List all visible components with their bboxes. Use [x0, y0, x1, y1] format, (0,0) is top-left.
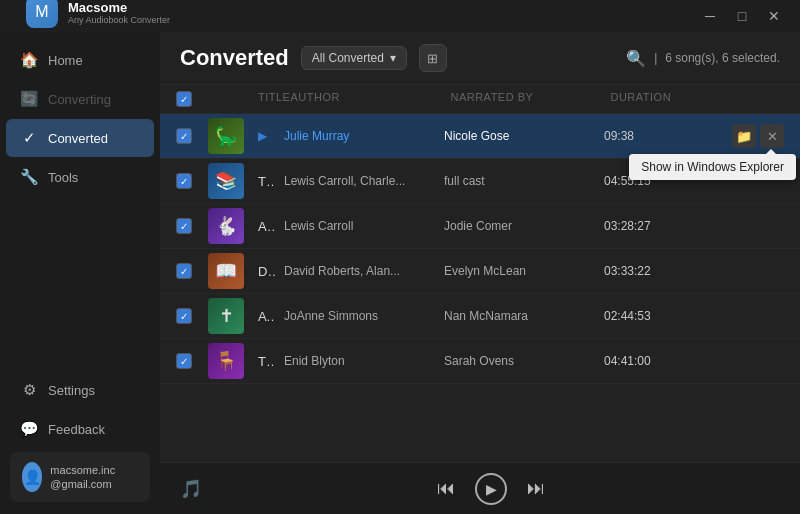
track-narrator: Jodie Comer: [444, 219, 604, 233]
sidebar-item-label: Tools: [48, 170, 78, 185]
feedback-icon: 💬: [20, 420, 38, 438]
sidebar-item-converted[interactable]: ✓ Converted: [6, 119, 154, 157]
header-narrator-col: Narrated by: [450, 91, 610, 107]
user-area[interactable]: 👤 macsome.inc @gmail.com: [10, 452, 150, 502]
sidebar-item-label: Converting: [48, 92, 111, 107]
filter-dropdown[interactable]: All Converted ▾: [301, 46, 407, 70]
track-duration: 09:38: [604, 129, 704, 143]
table-header: ✓ TITLE Author Narrated by DURATION: [160, 85, 800, 114]
row-title-cell: A Year of Bible Stories: A Tre...: [258, 309, 284, 324]
row-title-cell: ▶ Dinosaurs That Ruled the Ea...: [258, 129, 284, 144]
brand-logo: M: [26, 0, 58, 28]
track-duration: 02:44:53: [604, 309, 704, 323]
track-narrator: full cast: [444, 174, 604, 188]
prev-button[interactable]: ⏮: [437, 478, 455, 499]
next-button[interactable]: ⏭: [527, 478, 545, 499]
row-checkbox[interactable]: ✓: [176, 173, 208, 189]
header-title-col: TITLE: [258, 91, 290, 107]
nav-items: 🏠 Home 🔄 Converting ✓ Converted 🔧 Tools: [0, 40, 160, 362]
content-header: Converted All Converted ▾ ⊞ 🔍 | 6 song(s…: [160, 32, 800, 85]
row-checkbox[interactable]: ✓: [176, 128, 208, 144]
tooltip: Show in Windows Explorer: [629, 154, 796, 180]
sidebar-item-tools[interactable]: 🔧 Tools: [6, 158, 154, 196]
table-row: ✓ 📖 Dirty Bertie Volume 3 David Roberts,…: [160, 249, 800, 294]
settings-icon: ⚙: [20, 381, 38, 399]
app-name: Macsome: [68, 0, 170, 15]
user-email: macsome.inc @gmail.com: [50, 463, 138, 492]
sidebar-item-label: Home: [48, 53, 83, 68]
header-right: 🔍 | 6 song(s), 6 selected.: [626, 49, 780, 68]
row-thumbnail: 🪑: [208, 343, 258, 379]
row-title-cell: The Children's Classic Collect...: [258, 174, 284, 189]
row-checkbox[interactable]: ✓: [176, 353, 208, 369]
titlebar: M Macsome Any Audiobook Converter ─ □ ✕: [0, 0, 800, 32]
sidebar-item-feedback[interactable]: 💬 Feedback: [6, 410, 154, 448]
row-thumbnail: 🦕: [208, 118, 258, 154]
row-title-cell: Dirty Bertie Volume 3: [258, 264, 284, 279]
sidebar-item-settings[interactable]: ⚙ Settings: [6, 371, 154, 409]
app-subtitle: Any Audiobook Converter: [68, 15, 170, 25]
row-title-cell: Alice's Adventures in Wonde...: [258, 219, 284, 234]
header-author-col: Author: [290, 91, 450, 107]
track-author: Julie Murray: [284, 129, 444, 143]
play-icon: ▶: [486, 481, 497, 497]
row-thumbnail: 📚: [208, 163, 258, 199]
divider: |: [654, 51, 657, 65]
row-checkbox[interactable]: ✓: [176, 308, 208, 324]
select-all-checkbox[interactable]: ✓: [176, 91, 192, 107]
converting-icon: 🔄: [20, 90, 38, 108]
row-title-cell: The Wishing-Chair Again: Th...: [258, 354, 284, 369]
track-author: Lewis Carroll, Charle...: [284, 174, 444, 188]
header-actions-col: [710, 91, 790, 107]
remove-row-button[interactable]: ✕: [760, 124, 784, 148]
bottom-bar: 🎵 ⏮ ▶ ⏭: [160, 462, 800, 514]
track-narrator: Nan McNamara: [444, 309, 604, 323]
play-track-button[interactable]: ▶: [258, 129, 267, 143]
row-thumbnail: ✝: [208, 298, 258, 334]
brand-text: Macsome Any Audiobook Converter: [68, 0, 170, 25]
player-controls: ⏮ ▶ ⏭: [437, 473, 545, 505]
chevron-down-icon: ▾: [390, 51, 396, 65]
sidebar-bottom: ⚙ Settings 💬 Feedback 👤 macsome.inc @gma…: [0, 362, 160, 514]
status-badge: 6 song(s), 6 selected.: [665, 51, 780, 65]
minimize-button[interactable]: ─: [696, 6, 724, 26]
window-controls: ─ □ ✕: [696, 6, 788, 26]
track-title: A Year of Bible Stories: A Tre...: [258, 309, 276, 324]
row-checkbox[interactable]: ✓: [176, 263, 208, 279]
track-title: The Children's Classic Collect...: [258, 174, 276, 189]
track-author: David Roberts, Alan...: [284, 264, 444, 278]
close-button[interactable]: ✕: [760, 6, 788, 26]
sidebar-item-home[interactable]: 🏠 Home: [6, 41, 154, 79]
track-author: Lewis Carroll: [284, 219, 444, 233]
table-row: ✓ 🐇 Alice's Adventures in Wonde... Lewis…: [160, 204, 800, 249]
table-row: ✓ ✝ A Year of Bible Stories: A Tre... Jo…: [160, 294, 800, 339]
sidebar-item-label: Converted: [48, 131, 108, 146]
converted-icon: ✓: [20, 129, 38, 147]
track-title: Dirty Bertie Volume 3: [258, 264, 276, 279]
sidebar: 🏠 Home 🔄 Converting ✓ Converted 🔧 Tools …: [0, 32, 160, 514]
row-checkbox[interactable]: ✓: [176, 218, 208, 234]
grid-view-button[interactable]: ⊞: [419, 44, 447, 72]
search-button[interactable]: 🔍: [626, 49, 646, 68]
row-thumbnail: 📖: [208, 253, 258, 289]
track-title: Alice's Adventures in Wonde...: [258, 219, 276, 234]
track-author: Enid Blyton: [284, 354, 444, 368]
track-narrator: Sarah Ovens: [444, 354, 604, 368]
sidebar-item-converting: 🔄 Converting: [6, 80, 154, 118]
track-duration: 03:33:22: [604, 264, 704, 278]
sidebar-item-label: Settings: [48, 383, 95, 398]
tools-icon: 🔧: [20, 168, 38, 186]
header-checkbox-col: ✓: [176, 91, 208, 107]
play-button[interactable]: ▶: [475, 473, 507, 505]
page-title: Converted: [180, 45, 289, 71]
open-folder-button[interactable]: 📁: [732, 124, 756, 148]
track-duration: 04:41:00: [604, 354, 704, 368]
maximize-button[interactable]: □: [728, 6, 756, 26]
track-narrator: Nicole Gose: [444, 129, 604, 143]
filter-label: All Converted: [312, 51, 384, 65]
header-duration-col: DURATION: [610, 91, 710, 107]
table-row: ✓ 🪑 The Wishing-Chair Again: Th... Enid …: [160, 339, 800, 384]
music-icon[interactable]: 🎵: [180, 478, 202, 500]
track-duration: 03:28:27: [604, 219, 704, 233]
table-row: ✓ 🦕 ▶ Dinosaurs That Ruled the Ea... Jul…: [160, 114, 800, 159]
